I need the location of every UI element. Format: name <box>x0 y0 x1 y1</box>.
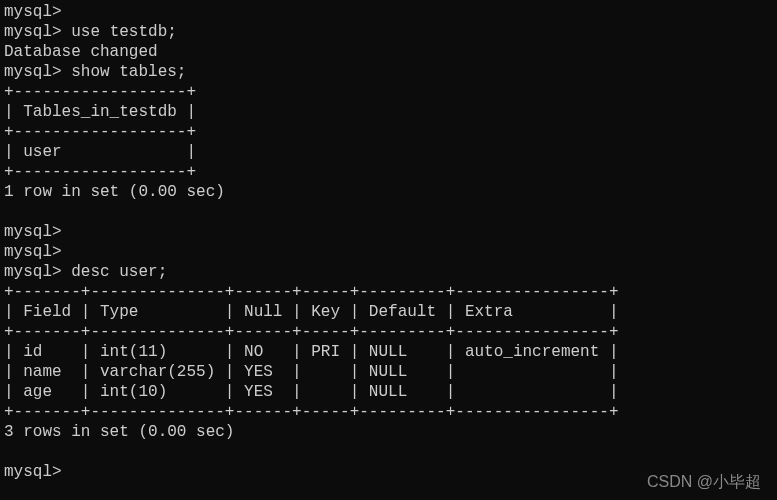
blank-line <box>4 202 773 222</box>
row-count-message: 1 row in set (0.00 sec) <box>4 182 773 202</box>
table-border: +------------------+ <box>4 122 773 142</box>
mysql-prompt: mysql> <box>4 3 62 21</box>
command-desc-user: desc user; <box>71 263 167 281</box>
mysql-prompt: mysql> <box>4 243 62 261</box>
mysql-prompt: mysql> <box>4 463 62 481</box>
prompt-line: mysql> <box>4 2 773 22</box>
mysql-prompt: mysql> <box>4 23 62 41</box>
command-line[interactable]: mysql> use testdb; <box>4 22 773 42</box>
mysql-prompt: mysql> <box>4 263 62 281</box>
table-header: | Field | Type | Null | Key | Default | … <box>4 302 773 322</box>
prompt-line: mysql> <box>4 242 773 262</box>
prompt-line: mysql> <box>4 222 773 242</box>
table-row: | age | int(10) | YES | | NULL | | <box>4 382 773 402</box>
command-show-tables: show tables; <box>71 63 186 81</box>
table-border: +-------+--------------+------+-----+---… <box>4 322 773 342</box>
command-line[interactable]: mysql> desc user; <box>4 262 773 282</box>
table-border: +-------+--------------+------+-----+---… <box>4 402 773 422</box>
output-line: Database changed <box>4 42 773 62</box>
table-row: | user | <box>4 142 773 162</box>
table-row: | name | varchar(255) | YES | | NULL | | <box>4 362 773 382</box>
table-border: +-------+--------------+------+-----+---… <box>4 282 773 302</box>
watermark: CSDN @小毕超 <box>647 472 761 492</box>
table-row: | id | int(11) | NO | PRI | NULL | auto_… <box>4 342 773 362</box>
mysql-prompt: mysql> <box>4 63 62 81</box>
mysql-prompt: mysql> <box>4 223 62 241</box>
table-border: +------------------+ <box>4 82 773 102</box>
table-border: +------------------+ <box>4 162 773 182</box>
blank-line <box>4 442 773 462</box>
row-count-message: 3 rows in set (0.00 sec) <box>4 422 773 442</box>
command-use-db: use testdb; <box>71 23 177 41</box>
db-changed-message: Database changed <box>4 43 158 61</box>
table-header: | Tables_in_testdb | <box>4 102 773 122</box>
command-line[interactable]: mysql> show tables; <box>4 62 773 82</box>
